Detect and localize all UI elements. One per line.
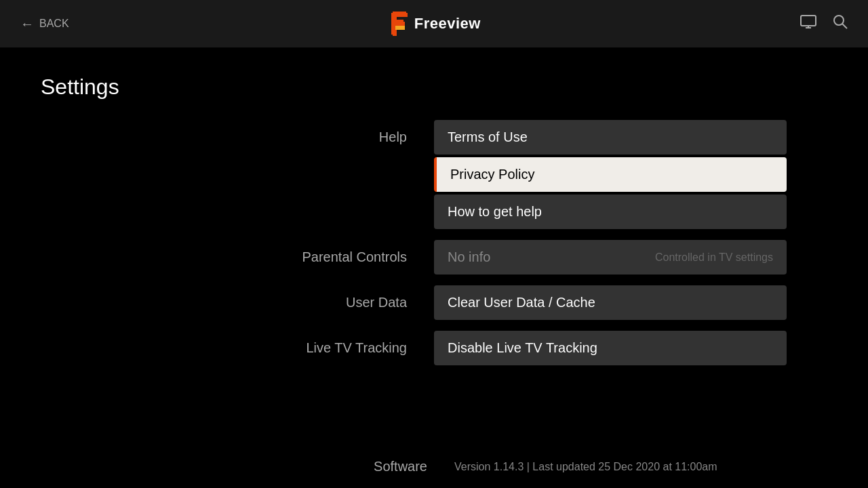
user-data-label: User Data	[41, 285, 434, 310]
parental-controls-items: No info Controlled in TV settings	[434, 240, 827, 274]
svg-marker-1	[395, 26, 405, 30]
back-arrow-icon: ←	[20, 16, 34, 32]
svg-marker-0	[391, 13, 408, 35]
no-info-text: No info	[448, 249, 490, 265]
software-label: Software	[61, 459, 454, 474]
user-data-section: User Data Clear User Data / Cache	[41, 285, 827, 320]
header-icons	[800, 14, 848, 33]
parental-controls-info: No info Controlled in TV settings	[434, 240, 787, 274]
help-items: Terms of Use Privacy Policy How to get h…	[434, 120, 827, 229]
svg-point-5	[834, 16, 844, 25]
main-content: Settings Help Terms of Use Privacy Polic…	[0, 47, 868, 403]
privacy-policy-button[interactable]: Privacy Policy	[434, 157, 787, 192]
how-to-get-help-button[interactable]: How to get help	[434, 195, 787, 229]
live-tv-tracking-items: Disable Live TV Tracking	[434, 331, 827, 365]
back-label: BACK	[39, 18, 69, 30]
logo-text: Freeview	[414, 15, 481, 33]
search-icon[interactable]	[833, 14, 848, 33]
footer: Software Version 1.14.3 | Last updated 2…	[0, 459, 868, 474]
terms-of-use-button[interactable]: Terms of Use	[434, 120, 787, 155]
svg-line-6	[842, 24, 847, 28]
user-data-items: Clear User Data / Cache	[434, 285, 827, 320]
header: ← BACK Freeview	[0, 0, 868, 47]
help-label: Help	[41, 120, 434, 145]
parental-controls-section: Parental Controls No info Controlled in …	[41, 240, 827, 274]
page-title: Settings	[41, 75, 827, 100]
live-tv-tracking-section: Live TV Tracking Disable Live TV Trackin…	[41, 331, 827, 365]
controlled-text: Controlled in TV settings	[655, 251, 773, 264]
svg-rect-2	[801, 16, 816, 26]
parental-controls-label: Parental Controls	[41, 240, 434, 265]
clear-user-data-button[interactable]: Clear User Data / Cache	[434, 285, 787, 320]
help-section: Help Terms of Use Privacy Policy How to …	[41, 120, 827, 229]
freeview-logo-icon	[389, 12, 410, 36]
disable-live-tv-tracking-button[interactable]: Disable Live TV Tracking	[434, 331, 787, 365]
live-tv-tracking-label: Live TV Tracking	[41, 331, 434, 356]
back-button[interactable]: ← BACK	[20, 16, 69, 32]
logo: Freeview	[389, 12, 481, 36]
tv-icon[interactable]	[800, 15, 816, 33]
software-version: Version 1.14.3 | Last updated 25 Dec 202…	[454, 461, 807, 473]
